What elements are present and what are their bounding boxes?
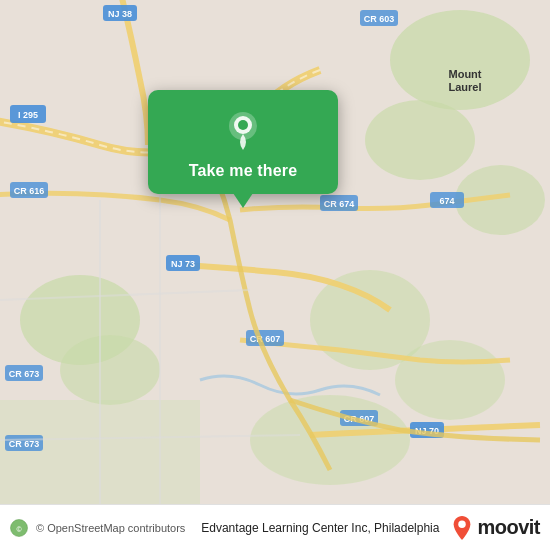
svg-text:CR 607: CR 607 xyxy=(250,334,281,344)
osm-logo: © xyxy=(10,519,28,537)
svg-text:674: 674 xyxy=(439,196,454,206)
svg-text:CR 616: CR 616 xyxy=(14,186,45,196)
svg-text:CR 674: CR 674 xyxy=(324,199,355,209)
popup-card[interactable]: Take me there xyxy=(148,90,338,194)
svg-text:©: © xyxy=(16,525,22,532)
app: I 295 NJ 38 CR 616 CR 674 674 NJ 73 CR xyxy=(0,0,550,550)
svg-point-3 xyxy=(390,10,530,110)
location-title: Edvantage Learning Center Inc, Philadelp… xyxy=(201,521,439,535)
moovit-text-logo: moovit xyxy=(477,516,540,539)
location-pin-icon xyxy=(221,108,265,152)
moovit-pin-icon xyxy=(451,515,473,541)
svg-point-42 xyxy=(238,120,248,130)
svg-text:NJ 73: NJ 73 xyxy=(171,259,195,269)
svg-text:Laurel: Laurel xyxy=(448,81,481,93)
svg-text:CR 673: CR 673 xyxy=(9,369,40,379)
svg-point-8 xyxy=(250,395,410,485)
svg-point-45 xyxy=(459,520,466,527)
svg-point-2 xyxy=(60,335,160,405)
svg-text:Mount: Mount xyxy=(449,68,482,80)
map-background: I 295 NJ 38 CR 616 CR 674 674 NJ 73 CR xyxy=(0,0,550,504)
svg-text:I 295: I 295 xyxy=(18,110,38,120)
map-container: I 295 NJ 38 CR 616 CR 674 674 NJ 73 CR xyxy=(0,0,550,504)
svg-point-4 xyxy=(365,100,475,180)
take-me-there-button[interactable]: Take me there xyxy=(189,162,298,180)
bottom-bar: © © OpenStreetMap contributors Edvantage… xyxy=(0,504,550,550)
moovit-brand: Edvantage Learning Center Inc, Philadelp… xyxy=(201,515,540,541)
svg-point-7 xyxy=(395,340,505,420)
svg-text:NJ 38: NJ 38 xyxy=(108,9,132,19)
osm-attribution: © OpenStreetMap contributors xyxy=(36,522,193,534)
svg-text:CR 603: CR 603 xyxy=(364,14,395,24)
